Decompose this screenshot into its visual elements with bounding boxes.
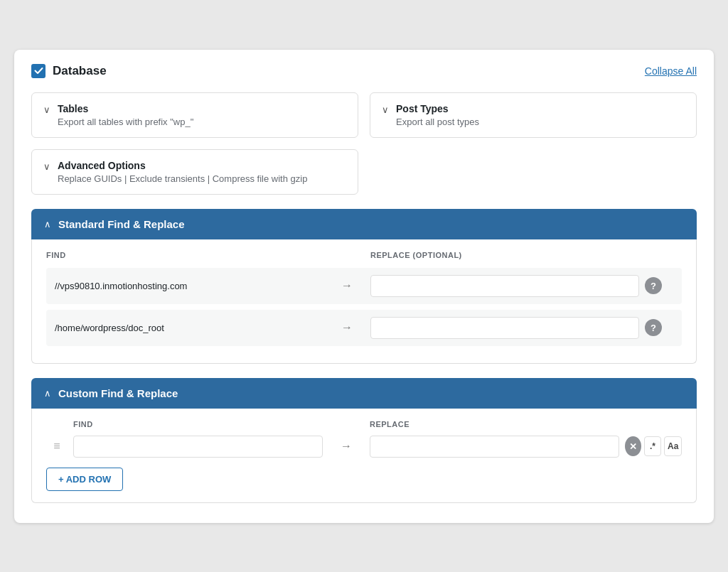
replace-input-2[interactable] [370, 317, 639, 339]
arrow-right-icon-2: → [329, 321, 365, 334]
main-card: Database Collapse All ∨ Tables Export al… [14, 50, 714, 523]
custom-replace-input[interactable] [370, 436, 619, 458]
clear-icon[interactable]: ✕ [625, 436, 641, 456]
custom-find-replace-container: ∧ Custom Find & Replace FIND REPLACE ≡ →… [31, 378, 697, 503]
standard-chevron-up-icon: ∧ [44, 219, 51, 230]
tables-section[interactable]: ∨ Tables Export all tables with prefix "… [31, 92, 358, 138]
post-types-title: Post Types [396, 103, 479, 114]
post-types-subtitle: Export all post types [396, 117, 479, 127]
standard-find-label: FIND [46, 251, 323, 259]
collapse-all-link[interactable]: Collapse All [645, 65, 697, 77]
standard-find-replace-title: Standard Find & Replace [58, 218, 185, 230]
tables-content: Tables Export all tables with prefix "wp… [58, 103, 193, 127]
find-value-2: /home/wordpress/doc_root [55, 323, 323, 333]
find-value-1: //vps90810.inmotionhosting.com [55, 281, 323, 291]
tables-subtitle: Export all tables with prefix "wp_" [58, 117, 193, 127]
database-checkbox[interactable] [31, 64, 46, 78]
top-sections: ∨ Tables Export all tables with prefix "… [31, 92, 697, 138]
help-icon-1[interactable]: ? [645, 277, 662, 294]
custom-arrow-right-icon: → [328, 440, 364, 453]
replace-input-1[interactable] [370, 275, 639, 297]
card-title: Database [53, 64, 107, 78]
standard-find-replace-row: /home/wordpress/doc_root → ? [46, 310, 682, 346]
help-icon-2[interactable]: ? [645, 319, 662, 336]
standard-find-replace-header[interactable]: ∧ Standard Find & Replace [31, 209, 697, 239]
custom-chevron-up-icon: ∧ [44, 388, 51, 399]
advanced-options-section[interactable]: ∨ Advanced Options Replace GUIDs | Exclu… [31, 149, 358, 195]
header-left: Database [31, 64, 107, 78]
post-types-chevron-down-icon: ∨ [382, 104, 389, 115]
custom-find-replace-body: FIND REPLACE ≡ → ✕ .* Aa + ADD ROW [31, 409, 697, 503]
advanced-options-content: Advanced Options Replace GUIDs | Exclude… [58, 160, 307, 184]
tables-title: Tables [58, 103, 193, 114]
custom-column-headers: FIND REPLACE [46, 420, 682, 428]
standard-column-headers: FIND REPLACE (OPTIONAL) [46, 251, 682, 259]
advanced-chevron-down-icon: ∨ [43, 161, 50, 172]
advanced-options-subtitle: Replace GUIDs | Exclude transients | Com… [58, 173, 307, 184]
custom-replace-label: REPLACE [370, 420, 619, 428]
standard-find-replace-body: FIND REPLACE (OPTIONAL) //vps90810.inmot… [31, 239, 697, 364]
custom-find-replace-header[interactable]: ∧ Custom Find & Replace [31, 378, 697, 409]
tables-chevron-down-icon: ∨ [43, 104, 50, 115]
standard-find-replace-container: ∧ Standard Find & Replace FIND REPLACE (… [31, 209, 697, 364]
card-header: Database Collapse All [31, 64, 697, 78]
custom-find-replace-title: Custom Find & Replace [58, 387, 178, 399]
custom-find-input[interactable] [73, 436, 323, 458]
case-sensitive-icon[interactable]: Aa [664, 436, 682, 456]
post-types-section[interactable]: ∨ Post Types Export all post types [370, 92, 697, 138]
post-types-content: Post Types Export all post types [396, 103, 479, 127]
custom-find-replace-row: ≡ → ✕ .* Aa [46, 436, 682, 458]
standard-find-replace-row: //vps90810.inmotionhosting.com → ? [46, 268, 682, 304]
regex-icon[interactable]: .* [644, 436, 662, 456]
standard-replace-label: REPLACE (OPTIONAL) [370, 251, 648, 259]
custom-find-label: FIND [73, 420, 323, 428]
add-row-button[interactable]: + ADD ROW [46, 468, 123, 491]
advanced-options-title: Advanced Options [58, 160, 307, 171]
drag-handle-icon[interactable]: ≡ [46, 440, 68, 453]
custom-action-icons: ✕ .* Aa [625, 436, 682, 456]
arrow-right-icon-1: → [329, 279, 365, 292]
